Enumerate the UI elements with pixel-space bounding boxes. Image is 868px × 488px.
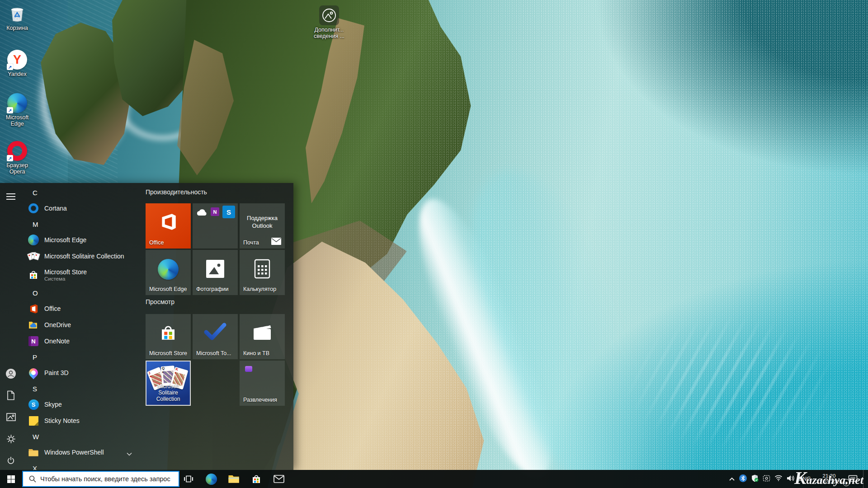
taskbar: ENG 21:20 31.03.2025 2 [0,470,868,488]
tile-entertainment[interactable]: Развлечения [240,361,285,406]
windows-security-shield-icon[interactable] [751,474,759,484]
app-item-powershell-folder[interactable]: Windows PowerShell [22,444,145,460]
app-item-office[interactable]: Office [22,300,145,317]
section-letter[interactable]: P [22,349,145,365]
start-button[interactable] [0,470,22,488]
photos-icon [205,259,225,279]
desktop-icon-opera[interactable]: ↗ Браузер Opera [0,141,34,175]
skype-icon: S [28,399,39,410]
todo-check-icon [203,321,227,342]
tile-office[interactable]: Office [146,203,191,249]
tile-store[interactable]: Microsoft Store [146,314,191,359]
recycle-bin-icon [7,4,27,23]
tray-chevron-up-icon[interactable] [729,475,735,483]
calculator-icon [254,259,270,279]
desktop-icon-edge[interactable]: ↗ Microsoft Edge [0,93,34,127]
folder-icon [28,446,39,458]
pictures-button[interactable] [0,406,22,428]
taskbar-mail-button[interactable] [268,470,290,488]
tile-todo[interactable]: Microsoft To... [193,314,238,359]
section-letter[interactable]: S [22,381,145,396]
windows-desktop: Корзина Y ↗ Yandex ↗ Microsoft Edge ↗ Бр… [0,0,868,488]
shortcut-arrow-icon: ↗ [7,155,13,161]
power-button[interactable] [0,450,22,471]
task-view-button[interactable] [177,470,200,488]
bluetooth-icon[interactable] [739,474,747,484]
taskbar-file-explorer-button[interactable] [222,470,245,488]
search-icon [29,475,36,483]
documents-button[interactable] [0,385,22,406]
microsoft-store-icon [159,323,178,342]
volume-icon[interactable] [787,475,795,483]
skype-mini-icon: S [222,206,235,218]
section-letter[interactable]: C [22,185,145,200]
office-icon [28,303,39,314]
solitaire-cards-icon: ♥♠♦ [28,250,39,262]
mail-envelope-icon [271,238,281,245]
shortcut-arrow-icon: ↗ [7,64,13,70]
tile-solitaire[interactable]: J♥ Q♠ K♦ Microsoft Solitaire Collection [146,361,191,406]
app-item-sublabel: Система [44,276,87,282]
search-input[interactable] [39,475,176,483]
desktop-icon-label: Браузер Opera [0,162,34,175]
desktop-icon-spotlight[interactable]: Дополнит... сведения ... [306,5,353,39]
settings-gear-button[interactable] [0,428,22,450]
yandex-icon: Y ↗ [7,50,27,70]
onedrive-cloud-icon [196,208,208,216]
app-item-onedrive[interactable]: OneDrive [22,317,145,333]
start-menu-rail [0,183,22,470]
desktop-icon-yandex[interactable]: Y ↗ Yandex [0,50,34,77]
shortcut-arrow-icon: ↗ [7,107,13,113]
desktop-icon-label: Microsoft Edge [0,114,34,127]
app-item-solitaire[interactable]: ♥♠♦ Microsoft Solitaire Collection [22,248,145,264]
app-item-cortana[interactable]: Cortana [22,200,145,216]
wifi-icon[interactable] [774,475,783,483]
clapperboard-icon [252,323,272,341]
taskbar-edge-button[interactable] [200,470,222,488]
tile-office-folder[interactable]: N S [193,203,238,249]
image-placeholder-icon [319,5,339,25]
section-letter[interactable]: O [22,285,145,300]
start-app-list: C Cortana M Microsoft Edge ♥♠♦ Microsoft… [22,183,145,470]
taskbar-search[interactable] [22,471,179,487]
mail-notification-text: Поддержка Outlook [240,214,285,230]
desktop-icon-recycle-bin[interactable]: Корзина [0,4,34,31]
tile-photos[interactable]: Фотографии [193,250,238,295]
app-item-paint3d[interactable]: Paint 3D [22,365,145,381]
sticky-notes-icon [28,415,39,427]
app-item-store[interactable]: Microsoft Store Система [22,264,145,285]
tile-edge[interactable]: Microsoft Edge [146,250,191,295]
edge-icon [158,259,179,280]
app-item-stickynotes[interactable]: Sticky Notes [22,413,145,429]
paint3d-icon [28,367,39,379]
menu-hamburger-button[interactable] [0,186,22,207]
spotlight-label-line2: сведения ... [314,33,344,39]
start-tiles-pane: Производительность Office N S Поддержка … [146,183,293,470]
microsoft-store-icon [28,269,39,281]
tile-group-title: Производительность [146,188,207,196]
spotlight-label-line1: Дополнит... [315,27,344,33]
section-letter[interactable]: W [22,429,145,444]
onenote-mini-icon: N [211,207,219,216]
chevron-down-icon[interactable] [127,450,132,458]
user-account-button[interactable] [0,363,22,385]
edge-icon: ↗ [7,93,27,113]
tile-calculator[interactable]: Калькулятор [240,250,285,295]
section-letter[interactable]: X [22,460,145,470]
taskbar-store-button[interactable] [245,470,268,488]
onedrive-icon [28,319,39,331]
device-tray-icon[interactable] [763,475,770,483]
onenote-icon: N [28,335,39,347]
entertainment-icon [245,366,252,372]
taskbar-app-buttons [177,470,290,488]
windows-logo-icon [7,475,15,483]
tile-mail[interactable]: Поддержка Outlook Почта [240,203,285,249]
tile-group-title: Просмотр [146,298,175,305]
app-item-onenote[interactable]: N OneNote [22,333,145,349]
section-letter[interactable]: M [22,216,145,232]
opera-icon: ↗ [7,141,27,161]
start-menu: C Cortana M Microsoft Edge ♥♠♦ Microsoft… [0,183,293,470]
tile-movies-tv[interactable]: Кино и ТВ [240,314,285,359]
app-item-skype[interactable]: S Skype [22,396,145,413]
app-item-edge[interactable]: Microsoft Edge [22,232,145,248]
